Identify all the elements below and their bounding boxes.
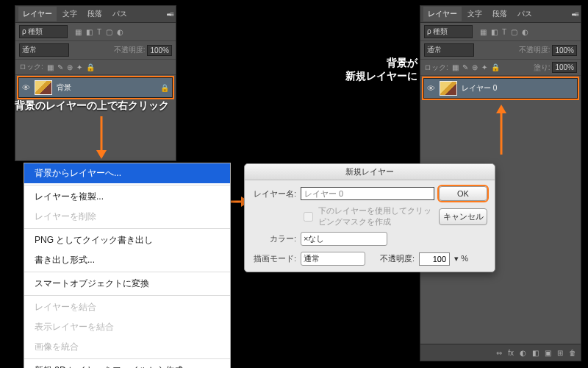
ctx-delete: レイヤーを削除 [24,207,230,227]
tab-para[interactable]: 段落 [83,7,107,21]
blend-select[interactable]: 通常 [301,252,365,266]
clip-check-input [304,212,313,222]
lock-icon-brush[interactable]: ✎ [462,63,468,71]
new-layer-dialog: 新規レイヤー レイヤー名: OK 下のレイヤーを使用してクリッピングマスクを作成… [244,163,495,272]
layer-name: 背景 [57,82,71,93]
footer-new-icon[interactable]: ⊞ [557,349,563,357]
lock-icon-move[interactable]: ⊕ [67,63,73,71]
filter-select[interactable]: ρ 種類 [424,25,473,38]
filter-icon[interactable]: ▦ [480,28,487,36]
background-layer-row[interactable]: 👁 背景 🔒 [18,77,173,98]
blend-mode-select[interactable]: 通常 [19,43,69,57]
lock-icon-all[interactable]: 🔒 [86,63,95,71]
ctx-bg-to-layer[interactable]: 背景からレイヤーへ... [24,163,230,183]
layer-context-menu: 背景からレイヤーへ... レイヤーを複製... レイヤーを削除 PNG としてク… [24,163,231,368]
filter-icons[interactable]: ▦ ◧ T ▢ ◐ [480,28,528,36]
dlg-opacity-input[interactable] [419,252,450,266]
lock-icon-pixels[interactable]: ▦ [47,63,54,71]
footer-group-icon[interactable]: ▣ [545,349,551,357]
footer-link-icon[interactable]: ⇔ [496,349,502,357]
lock-icon-nest[interactable]: ✦ [76,63,82,71]
dlg-opacity-label: 不透明度: [380,253,415,264]
svg-marker-5 [496,105,506,113]
blend-row: 通常 不透明度: 100% [420,41,581,60]
filter-row: ρ 種類 ▦ ◧ T ▢ ◐ [420,23,581,41]
blend-row: 通常 不透明度: 100% [15,41,176,60]
lock-icon-move[interactable]: ⊕ [472,63,478,71]
arrow-down-icon [94,116,109,160]
filter-icon[interactable]: ◐ [117,28,123,36]
lock-icon-all[interactable]: 🔒 [491,63,500,71]
footer-mask-icon[interactable]: ◐ [520,349,526,357]
ctx-new-3d[interactable]: 新規 3D レイヤーをファイルから作成... [24,361,230,368]
opacity-value[interactable]: 100% [147,45,172,56]
opacity-unit: ▾ % [454,254,468,263]
lock-label: ロック: [19,62,43,72]
filter-icon[interactable]: ▦ [75,28,82,36]
tab-path[interactable]: パス [513,7,537,21]
lock-row: ロック: ▦ ✎ ⊕ ✦ 🔒 塗り: 100% [420,60,581,76]
lock-row: ロック: ▦ ✎ ⊕ ✦ 🔒 [15,60,176,75]
blend-mode-select[interactable]: 通常 [424,43,474,57]
locked-icon: 🔒 [160,84,169,92]
tab-text[interactable]: 文字 [58,7,82,21]
blend-label: 描画モード: [252,253,296,264]
ctx-smart-object[interactable]: スマートオブジェクトに変換 [24,274,230,294]
ctx-export-as[interactable]: 書き出し形式... [24,250,230,270]
filter-icon[interactable]: ◧ [86,28,93,36]
opacity-value[interactable]: 100% [552,45,577,56]
clip-label: 下のレイヤーを使用してクリッピングマスクを作成 [318,205,434,227]
ctx-merge-visible: 表示レイヤーを結合 [24,317,230,337]
ctx-duplicate[interactable]: レイヤーを複製... [24,187,230,207]
footer-adjust-icon[interactable]: ◧ [532,349,539,357]
layer-name: レイヤー 0 [462,83,497,93]
lock-icon-brush[interactable]: ✎ [57,63,63,71]
layer-name-input[interactable] [301,187,434,200]
filter-icon[interactable]: T [97,28,101,36]
filter-icon[interactable]: T [502,28,506,36]
filter-select[interactable]: ρ 種類 [19,25,68,38]
anno-rightclick: 背景のレイヤーの上で右クリック [15,99,169,113]
filter-icon[interactable]: ▢ [511,28,517,36]
panel-menu-icon[interactable]: ▪▪▪≡ [167,10,173,18]
clipping-checkbox: 下のレイヤーを使用してクリッピングマスクを作成 [301,205,434,227]
lock-icon-nest[interactable]: ✦ [481,63,487,71]
tab-layers[interactable]: レイヤー [423,7,462,21]
tab-para[interactable]: 段落 [488,7,512,21]
footer-fx-icon[interactable]: fx [508,349,514,357]
lock-label: ロック: [424,63,448,73]
color-label: カラー: [252,233,296,244]
fill-value[interactable]: 100% [552,62,577,73]
svg-marker-1 [96,150,107,159]
ctx-export-png[interactable]: PNG としてクイック書き出し [24,230,230,250]
visibility-icon[interactable]: 👁 [427,84,435,93]
tab-layers[interactable]: レイヤー [18,7,57,21]
cancel-button[interactable]: キャンセル [439,208,487,225]
filter-icons[interactable]: ▦ ◧ T ▢ ◐ [75,28,123,36]
filter-icon[interactable]: ▢ [106,28,112,36]
fill-label: 塗り: [534,63,551,73]
ok-button[interactable]: OK [439,186,487,201]
anno-newlayer: 新規レイヤーに [334,70,417,83]
tab-text[interactable]: 文字 [463,7,487,21]
filter-icon[interactable]: ◧ [491,28,498,36]
anno-bg: 背景が [363,57,417,70]
panel-tabs: レイヤー 文字 段落 パス ▪▪▪≡ [420,6,581,23]
panel-footer: ⇔ fx ◐ ◧ ▣ ⊞ 🗑 [420,344,581,361]
opacity-label: 不透明度: [519,45,551,55]
ctx-merge: レイヤーを結合 [24,297,230,317]
layer-thumbnail [35,80,52,95]
panel-tabs: レイヤー 文字 段落 パス ▪▪▪≡ [15,6,176,23]
filter-icon[interactable]: ◐ [522,28,528,36]
ctx-flatten: 画像を統合 [24,337,230,357]
color-select[interactable]: ×なし [301,232,387,246]
lock-icon-pixels[interactable]: ▦ [452,63,459,71]
layer-0-row[interactable]: 👁 レイヤー 0 [423,78,578,99]
tab-path[interactable]: パス [108,7,132,21]
panel-menu-icon[interactable]: ▪▪▪≡ [572,10,578,18]
name-label: レイヤー名: [252,188,296,199]
footer-trash-icon[interactable]: 🗑 [569,349,576,357]
filter-row: ρ 種類 ▦ ◧ T ▢ ◐ [15,23,176,41]
layer-thumbnail [440,81,457,96]
visibility-icon[interactable]: 👁 [22,83,30,92]
